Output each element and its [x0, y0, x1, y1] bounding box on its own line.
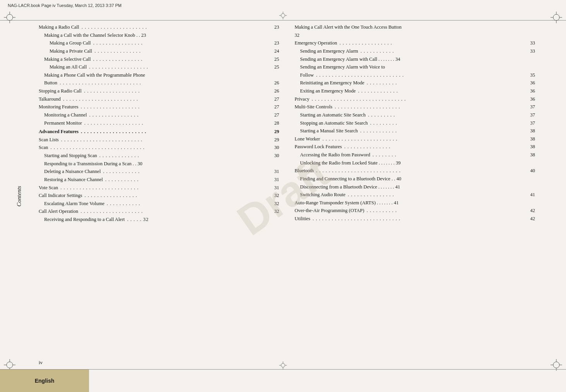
toc-entry: Permanent Monitor . . . . . . . . . . . …: [39, 119, 279, 127]
toc-entry: Sending an Emergency Alarm with Voice to: [295, 63, 535, 71]
toc-entry: Making a Selective Call . . . . . . . . …: [39, 55, 279, 63]
toc-entry: Receiving and Responding to a Call Alert…: [39, 216, 279, 224]
toc-entry: Utilities . . . . . . . . . . . . . . . …: [295, 215, 535, 223]
toc-entry: Exiting an Emergency Mode . . . . . . . …: [295, 87, 535, 95]
toc-entry-advanced-features: Advanced Features . . . . . . . . . . . …: [39, 128, 279, 136]
toc-entry: Making a Phone Call with the Programmabl…: [39, 71, 279, 79]
toc-entry: Privacy . . . . . . . . . . . . . . . . …: [295, 95, 535, 103]
toc-entry: Reinitiating an Emergency Mode . . . . .…: [295, 79, 535, 87]
toc-entry: Auto-Range Transponder System (ARTS) . .…: [295, 199, 535, 207]
toc-entry: Making a Group Call . . . . . . . . . . …: [39, 39, 279, 47]
page-number: iv: [39, 359, 43, 366]
center-mark-top: [279, 12, 287, 21]
toc-entry: Monitoring a Channel . . . . . . . . . .…: [39, 111, 279, 119]
page-container: NAG-LACR.book Page iv Tuesday, March 12,…: [0, 0, 566, 392]
toc-entry: Making a Private Call . . . . . . . . . …: [39, 47, 279, 55]
toc-entry: Lone Worker . . . . . . . . . . . . . . …: [295, 135, 535, 143]
file-info: NAG-LACR.book Page iv Tuesday, March 12,…: [8, 3, 122, 8]
toc-entry: Over-the-Air Programming (OTAP) . . . . …: [295, 207, 535, 215]
toc-entry: Switching Audio Route . . . . . . . . . …: [295, 191, 535, 199]
toc-entry: Scan Lists . . . . . . . . . . . . . . .…: [39, 136, 279, 144]
toc-entry: Follow . . . . . . . . . . . . . . . . .…: [295, 71, 535, 79]
toc-entry: Starting and Stopping Scan . . . . . . .…: [39, 152, 279, 160]
right-toc-column: Making a Call Alert with the One Touch A…: [295, 23, 535, 353]
svg-point-0: [7, 14, 13, 21]
toc-entry: Bluetooth . . . . . . . . . . . . . . . …: [295, 167, 535, 175]
svg-point-25: [281, 363, 285, 367]
left-toc-column: Making a Radio Call . . . . . . . . . . …: [39, 23, 279, 353]
toc-entry: Call Indicator Settings . . . . . . . . …: [39, 192, 279, 200]
toc-entry: Making an All Call . . . . . . . . . . .…: [39, 63, 279, 71]
toc-entry: Finding and Connecting to a Bluetooth De…: [295, 175, 535, 183]
toc-entry: Talkaround . . . . . . . . . . . . . . .…: [39, 95, 279, 103]
svg-point-10: [7, 362, 13, 368]
english-tab-label: English: [35, 378, 55, 384]
toc-entry: Stopping a Radio Call . . . . . . . . . …: [39, 87, 279, 95]
toc-entry: Stopping an Automatic Site Search . . . …: [295, 119, 535, 127]
toc-entry: Restoring a Nuisance Channel . . . . . .…: [39, 176, 279, 184]
top-bar: NAG-LACR.book Page iv Tuesday, March 12,…: [8, 3, 558, 8]
toc-entry: 32: [295, 31, 535, 39]
svg-point-15: [553, 362, 559, 368]
toc-entry: Vote Scan . . . . . . . . . . . . . . . …: [39, 184, 279, 192]
toc-entry: Password Lock Features . . . . . . . . .…: [295, 143, 535, 151]
corner-mark-tl: [4, 12, 15, 23]
toc-entry: Unlocking the Radio from Locked State . …: [295, 159, 535, 167]
english-language-tab[interactable]: English: [0, 370, 89, 392]
corner-mark-tr: [551, 12, 562, 23]
toc-entry: Deleting a Nuisance Channel . . . . . . …: [39, 168, 279, 176]
toc-entry: Button . . . . . . . . . . . . . . . . .…: [39, 79, 279, 87]
toc-entry: Responding to a Transmission During a Sc…: [39, 160, 279, 168]
toc-entry: Scan . . . . . . . . . . . . . . . . . .…: [39, 144, 279, 152]
sidebar-contents-label: Contents: [15, 186, 22, 206]
svg-point-20: [281, 14, 285, 17]
content-area: Making a Radio Call . . . . . . . . . . …: [39, 23, 535, 353]
toc-entry: Starting an Automatic Site Search . . . …: [295, 111, 535, 119]
toc-entry: Monitoring Features . . . . . . . . . . …: [39, 103, 279, 111]
toc-entry: Emergency Operation . . . . . . . . . . …: [295, 39, 535, 47]
toc-entry: Sending an Emergency Alarm with Call . .…: [295, 55, 535, 63]
toc-entry: Starting a Manual Site Search . . . . . …: [295, 127, 535, 135]
toc-entry: Making a Call Alert with the One Touch A…: [295, 23, 535, 31]
toc-entry: Disconnecting from a Bluetooth Device . …: [295, 183, 535, 191]
toc-entry: Escalating Alarm Tone Volume . . . . . .…: [39, 200, 279, 208]
toc-entry: Sending an Emergency Alarm . . . . . . .…: [295, 47, 535, 55]
toc-entry: Making a Call with the Channel Selector …: [39, 31, 279, 39]
toc-entry: Making a Radio Call . . . . . . . . . . …: [39, 23, 279, 31]
svg-point-5: [553, 14, 559, 21]
toc-entry: Accessing the Radio from Password . . . …: [295, 151, 535, 159]
toc-entry: Multi-Site Controls . . . . . . . . . . …: [295, 103, 535, 111]
toc-entry: Call Alert Operation . . . . . . . . . .…: [39, 207, 279, 216]
